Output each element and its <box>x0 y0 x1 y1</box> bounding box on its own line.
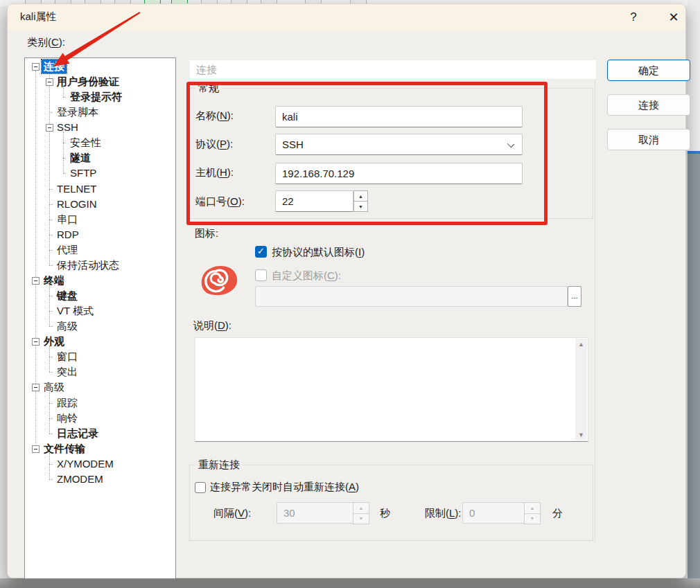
tree-item[interactable]: 响铃 <box>55 411 80 425</box>
tree-expander-icon[interactable] <box>32 338 40 346</box>
help-icon[interactable]: ? <box>622 8 645 26</box>
scroll-down-icon[interactable]: ▼ <box>575 429 587 440</box>
tree-item[interactable]: SFTP <box>68 166 98 180</box>
port-spinner[interactable]: ▲ ▼ <box>353 190 368 212</box>
tree-item-label: RDP <box>55 228 81 242</box>
tree-item[interactable]: VT 模式 <box>55 304 96 318</box>
tree-item[interactable]: 高级 <box>55 319 80 333</box>
interval-unit-label: 秒 <box>380 507 390 520</box>
tree-item-label: 代理 <box>55 243 80 257</box>
custom-icon-checkbox[interactable] <box>255 269 267 281</box>
interval-input[interactable] <box>277 502 353 524</box>
tree-item[interactable]: 串口 <box>55 213 80 226</box>
browse-button[interactable]: ... <box>568 286 581 307</box>
tree-expander-icon[interactable] <box>46 124 53 132</box>
tree-item-label: X/YMODEM <box>55 457 116 471</box>
tree-guide-line <box>49 71 50 265</box>
tree-item[interactable]: 窗口 <box>55 350 80 364</box>
close-icon[interactable]: ✕ <box>662 8 685 26</box>
tree-guide-line <box>49 403 53 404</box>
tree-item[interactable]: 跟踪 <box>55 396 80 410</box>
tree-guide-line <box>49 372 53 373</box>
tree-expander-icon[interactable] <box>32 384 40 391</box>
protocol-value: SSH <box>282 139 304 150</box>
tree-item[interactable]: 隧道 <box>68 151 93 165</box>
tree-item[interactable]: 代理 <box>55 243 80 257</box>
tree-item[interactable]: 日志记录 <box>55 427 100 440</box>
tree-item[interactable]: 登录提示符 <box>68 90 124 104</box>
description-scrollbar[interactable]: ▲ ▼ <box>575 339 587 440</box>
tree-item[interactable]: RDP <box>55 228 81 242</box>
auto-reconnect-label[interactable]: 连接异常关闭时自动重新连接(A) <box>210 481 359 494</box>
limit-spinner[interactable]: ▲ ▼ <box>524 502 541 524</box>
tree-item-label: 响铃 <box>55 411 80 425</box>
tree-item[interactable]: 安全性 <box>68 136 103 150</box>
tree-item[interactable]: 文件传输 <box>42 442 87 456</box>
tree-item-label: 高级 <box>55 319 80 333</box>
tree-item[interactable]: TELNET <box>55 182 99 196</box>
protocol-select[interactable]: SSH <box>275 134 523 155</box>
spin-up-icon[interactable]: ▲ <box>353 190 368 202</box>
default-icon-label[interactable]: 按协议的默认图标(I) <box>272 246 365 259</box>
spin-down-icon[interactable]: ▼ <box>353 202 368 212</box>
scroll-up-icon[interactable]: ▲ <box>575 339 587 350</box>
tree-item[interactable]: 高级 <box>42 380 67 394</box>
icon-section-label: 图标: <box>195 227 218 240</box>
tree-item-label: 日志记录 <box>55 427 100 440</box>
tree-guide-line <box>63 97 66 98</box>
tree-item[interactable]: 连接 <box>42 60 67 73</box>
tree-expander-icon[interactable] <box>32 63 40 71</box>
custom-icon-path-input[interactable] <box>255 286 568 307</box>
tree-expander-icon[interactable] <box>32 277 40 285</box>
tree-item[interactable]: ZMODEM <box>55 472 105 486</box>
spin-up-icon[interactable]: ▲ <box>524 502 541 514</box>
tree-guide-line <box>49 189 53 190</box>
tree-item[interactable]: 用户身份验证 <box>55 75 121 89</box>
tree-expander-icon[interactable] <box>32 445 40 453</box>
category-tree: 连接用户身份验证登录提示符登录脚本SSH安全性隧道SFTPTELNETRLOGI… <box>24 57 176 579</box>
cancel-button[interactable]: 取消 <box>607 129 690 150</box>
tree-guide-line <box>49 357 53 357</box>
session-properties-dialog: kali属性 ? ✕ 类别(C): 连接用户身份验证登录提示符登录脚本SSH安全… <box>7 3 686 578</box>
tree-item-label: ZMODEM <box>55 472 105 486</box>
tree-item[interactable]: 键盘 <box>55 289 80 303</box>
spin-up-icon[interactable]: ▲ <box>353 502 369 514</box>
default-icon-checkbox[interactable] <box>255 246 267 258</box>
tree-item-label: 隧道 <box>68 151 93 165</box>
limit-input[interactable] <box>462 502 525 524</box>
spin-down-icon[interactable]: ▼ <box>524 514 541 525</box>
tree-guide-line <box>49 250 53 251</box>
tree-item-label: VT 模式 <box>55 304 96 318</box>
host-input[interactable] <box>275 163 523 184</box>
tree-item[interactable]: SSH <box>55 121 80 134</box>
auto-reconnect-checkbox[interactable] <box>195 482 206 493</box>
spin-down-icon[interactable]: ▼ <box>353 514 369 525</box>
tree-guide-line <box>49 326 53 327</box>
ok-button[interactable]: 确定 <box>607 60 690 81</box>
port-input[interactable] <box>275 190 353 212</box>
interval-spinner[interactable]: ▲ ▼ <box>353 502 369 524</box>
tree-item[interactable]: RLOGIN <box>55 197 99 211</box>
tree-item-label: TELNET <box>55 182 99 196</box>
tree-item[interactable]: 突出 <box>55 365 80 379</box>
tree-item[interactable]: X/YMODEM <box>55 457 116 471</box>
tree-item[interactable]: 登录脚本 <box>55 105 100 119</box>
chevron-down-icon <box>507 141 514 148</box>
connect-button[interactable]: 连接 <box>607 94 690 116</box>
description-textarea[interactable]: ▲ ▼ <box>195 337 588 442</box>
tree-item[interactable]: 保持活动状态 <box>55 258 121 272</box>
tree-guide-line <box>63 158 66 159</box>
tree-guide-line <box>49 265 53 266</box>
custom-icon-label[interactable]: 自定义图标(C): <box>272 269 341 283</box>
interval-label: 间隔(V): <box>213 507 251 520</box>
tree-item-label: 安全性 <box>68 136 103 150</box>
tree-guide-line <box>49 418 53 419</box>
tree-item[interactable]: 终端 <box>42 274 67 287</box>
host-label: 主机(H): <box>195 166 234 179</box>
tree-item[interactable]: 外观 <box>42 335 67 348</box>
name-input[interactable] <box>275 106 523 127</box>
dialog-title: kali属性 <box>20 10 57 24</box>
tree-guide-line <box>49 346 50 372</box>
tree-guide-line <box>49 434 53 434</box>
tree-expander-icon[interactable] <box>46 78 53 86</box>
